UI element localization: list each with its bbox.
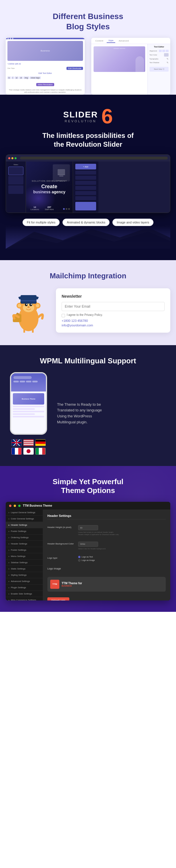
- phone-line-5: [13, 416, 44, 417]
- section-slider: SLIDER REVOLUTION 6 The limitless possib…: [0, 95, 176, 260]
- mockup-right-body: solution service Text Editor Alignment: [91, 44, 170, 95]
- logo-image-section-label: Logo Image: [47, 567, 166, 570]
- nav-dot-1[interactable]: [63, 208, 65, 210]
- header-bgcolor-field: Header Background Color White Select Col…: [47, 541, 166, 550]
- sidebar-header-settings-2[interactable]: Header Settings: [6, 541, 43, 547]
- panel-textshadow-row: Text Shadow ✎: [149, 61, 169, 64]
- tab-style[interactable]: Style: [107, 39, 115, 43]
- slider-side-row-3: [75, 181, 96, 185]
- mockup-right-image: solution service: [94, 46, 145, 72]
- newsletter-title: Newsletter: [61, 294, 165, 299]
- slider-feature-badges: Fit for multiple styles Animated & dynam…: [6, 219, 170, 226]
- sidebar-ordering-settings[interactable]: Ordering Settings: [6, 534, 43, 541]
- align-right-icon[interactable]: [166, 50, 169, 52]
- phone-screen: Business Theme: [11, 373, 46, 434]
- chrome-max-dot: [15, 157, 17, 159]
- toolbar-ul[interactable]: ul: [15, 76, 18, 79]
- panel-title: Text Editor: [149, 46, 169, 48]
- phone-link[interactable]: +1800 123 456780: [61, 319, 165, 322]
- textshadow-edit-icon[interactable]: ✎: [167, 61, 169, 64]
- toolbar-b[interactable]: b: [7, 76, 11, 79]
- align-center-icon[interactable]: [162, 50, 165, 52]
- slider-preview-body: Slides SOLUTION DEVELOPMENT Create busin…: [6, 161, 170, 213]
- logo-type-field: Logo type Logo as Text Logo as Image: [47, 556, 166, 561]
- theme-logo-text-area: TTM Theme for BUSINESS: [61, 582, 82, 587]
- header-bgcolor-value[interactable]: White: [78, 541, 98, 547]
- tab-advanced[interactable]: Advanced: [117, 39, 131, 43]
- nav-dot-2[interactable]: [66, 208, 67, 210]
- toolbar-i[interactable]: i: [11, 76, 14, 79]
- sidebar-footer-settings[interactable]: Footer Settings: [6, 528, 43, 534]
- wpml-description: The Theme Is Ready to be Translated to a…: [57, 402, 170, 425]
- sidebar-styling-settings[interactable]: Styling Settings: [6, 572, 43, 578]
- section-wpml: WPML Multilingual Support: [0, 345, 176, 466]
- flag-germany: [35, 439, 46, 446]
- edit-shortcode-badge[interactable]: Edit Shortcode: [67, 67, 83, 70]
- phone-logo-bar: [14, 376, 32, 379]
- blog-mockup-right: Content Style Advanced solution service: [91, 38, 170, 95]
- logo-type-radios: Logo as Text Logo as Image: [78, 556, 166, 561]
- phone-hero-text: Business Theme: [22, 398, 35, 400]
- privacy-checkbox[interactable]: [61, 314, 65, 317]
- sidebar-advanced-settings[interactable]: Advanced Settings: [6, 578, 43, 585]
- logo-image-radio[interactable]: [78, 559, 80, 561]
- svg-point-12: [27, 306, 30, 308]
- mailchimp-monkey: [6, 287, 51, 334]
- svg-point-16: [36, 304, 40, 307]
- slide-thumb-1[interactable]: [8, 166, 23, 175]
- align-left-icon[interactable]: [159, 50, 162, 52]
- phone-line-1: [13, 406, 44, 407]
- theme-logo-preview: TTM TTM Theme for BUSINESS: [47, 577, 166, 592]
- sidebar-menu-settings[interactable]: Menu Settings: [6, 553, 43, 560]
- upload-logo-button[interactable]: Upload Logo: [47, 597, 69, 601]
- toolbar-close[interactable]: close tags: [30, 76, 41, 79]
- textcolor-label: Text Color: [149, 54, 157, 56]
- toolbar-ol[interactable]: ol: [19, 76, 23, 79]
- header-height-value[interactable]: 80: [78, 525, 98, 530]
- sidebar-color-general[interactable]: Color General Settings: [6, 516, 43, 522]
- phone-nav-1: [14, 381, 19, 382]
- sidebar-layout-general[interactable]: Layout General Settings: [6, 509, 43, 516]
- color-swatch[interactable]: [164, 53, 169, 57]
- typography-edit-icon[interactable]: ✎: [167, 58, 169, 60]
- slider-side-row-2: [75, 176, 96, 180]
- sidebar-static-settings[interactable]: Static Settings: [6, 566, 43, 572]
- nav-dot-3[interactable]: [68, 208, 70, 210]
- mockup-left-text: Their strategic media relations and cris…: [7, 89, 83, 94]
- slider-side-row-5: [75, 191, 96, 195]
- slider-add-btn[interactable]: + Add: [75, 164, 96, 169]
- panel-dot-max: [18, 505, 21, 507]
- logo-text-radio-label: Logo as Text: [82, 556, 93, 558]
- flag-japan: [23, 448, 34, 455]
- sidebar-header-settings[interactable]: Header Settings: [6, 522, 43, 528]
- canvas-image-element: [53, 164, 70, 181]
- sidebar-woo-commerce[interactable]: Woo Commerce Settings: [6, 597, 43, 600]
- svg-point-8: [25, 303, 28, 306]
- mockup-right-sidebar: Text Editor Alignment Text Color: [148, 44, 170, 95]
- slider-canvas: SOLUTION DEVELOPMENT Create business age…: [26, 161, 73, 213]
- svg-point-9: [29, 303, 32, 306]
- tab-content[interactable]: Content: [94, 39, 105, 43]
- sidebar-plugin-settings[interactable]: Plugin Settings: [6, 585, 43, 591]
- logo-text-radio[interactable]: [78, 556, 80, 558]
- mailchimp-title: Mailchimp Integration: [6, 272, 170, 280]
- mockup-left-inner: Business +1Write with AI Use Yopu Edit S…: [6, 38, 85, 95]
- slide-thumb-2[interactable]: [8, 176, 23, 185]
- phone-nav-4: [32, 381, 37, 382]
- monkey-svg: [8, 287, 49, 333]
- badge-image-video: Image and video layers: [112, 219, 153, 226]
- sidebar-footer-settings-2[interactable]: Footer Settings: [6, 547, 43, 553]
- wpml-description-text: The Theme Is Ready to be Translated to a…: [57, 402, 170, 425]
- inline-revolution-btn[interactable]: Inline Revolution: [36, 83, 54, 86]
- svg-rect-0: [58, 169, 65, 175]
- slide-thumb-3[interactable]: [8, 185, 23, 194]
- toolbar-img[interactable]: img: [23, 76, 29, 79]
- email-input[interactable]: [61, 302, 165, 311]
- email-link[interactable]: info@yourdomain.com: [61, 323, 165, 327]
- svg-point-11: [31, 304, 32, 305]
- mockup-right-inner: Content Style Advanced solution service: [91, 38, 170, 95]
- phone-header: [11, 373, 46, 392]
- slider-side-row-4: [75, 186, 96, 190]
- sidebar-sidebar-settings[interactable]: Sidebar Settings: [6, 560, 43, 566]
- sidebar-enable-side[interactable]: Enable Side Settings: [6, 591, 43, 597]
